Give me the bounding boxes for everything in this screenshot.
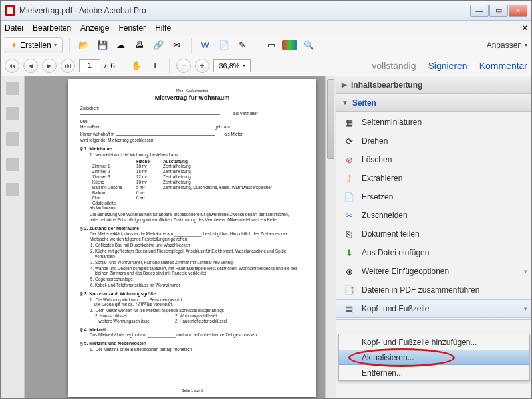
prev-page-icon[interactable]: ◄	[23, 59, 38, 73]
header-footer-icon: ▤	[343, 303, 355, 315]
sidebar-item-header-footer[interactable]: ▤Kopf- und Fußzeile▾	[336, 299, 531, 318]
create-star-icon: ✦	[11, 41, 17, 50]
more-insert-icon: ⊕	[343, 265, 355, 277]
sidebar-section-inhalt[interactable]: ▶ Inhaltsbearbeitung	[336, 76, 531, 94]
cloud-icon[interactable]: ☁	[114, 38, 128, 53]
dropdown-arrow-icon: ▾	[54, 42, 57, 48]
navigation-pane	[1, 76, 25, 398]
sidebar-item-crop[interactable]: ✂Zuschneiden	[336, 206, 531, 225]
thumbnails-icon[interactable]	[6, 82, 19, 95]
acrobat-icon	[5, 5, 15, 16]
insert-file-icon: ⬇	[343, 247, 355, 259]
bookmarks-icon[interactable]	[6, 107, 19, 120]
create-label: Erstellen	[20, 41, 51, 50]
combine-icon: 📑	[343, 284, 355, 296]
crop-icon: ✂	[343, 209, 355, 221]
next-page-icon[interactable]: ►	[42, 59, 57, 73]
select-tool-icon[interactable]: I	[148, 59, 162, 73]
header-footer-submenu: Kopf- und Fußzeile hinzufügen... Aktuali…	[338, 334, 530, 381]
print-icon[interactable]: 🖶	[132, 38, 147, 53]
page-separator: /	[104, 61, 106, 70]
thumbnails-icon: ▦	[343, 116, 355, 128]
sidebar-item-rotate[interactable]: ⟳Drehen	[336, 132, 531, 150]
menu-anzeige[interactable]: Anzeige	[80, 23, 109, 33]
delete-icon: ⊘	[343, 154, 355, 166]
page-number-input[interactable]: 1	[79, 59, 100, 72]
select-icon[interactable]: ▭	[264, 38, 279, 53]
page-total: 6	[110, 61, 115, 70]
sidebar-item-insert-from-file[interactable]: ⬇Aus Datei einfügen	[336, 243, 531, 262]
main-area: Mein Kopfzeilentext Mietvertrag für Wohn…	[1, 76, 531, 398]
customize-button[interactable]: Anpassen ▾	[487, 41, 527, 50]
document-viewport[interactable]: Mein Kopfzeilentext Mietvertrag für Wohn…	[25, 76, 336, 398]
last-page-icon[interactable]: ⏭	[61, 59, 75, 73]
dropdown-arrow-icon: ▾	[525, 42, 527, 48]
scrollbar-thumb[interactable]	[327, 79, 334, 159]
convert-word-icon[interactable]: W	[198, 38, 213, 53]
replace-icon: 📄	[343, 191, 355, 203]
share-icon[interactable]: 🔗	[151, 38, 166, 53]
customize-label: Anpassen	[487, 41, 522, 50]
document-close-button[interactable]: ×	[522, 23, 527, 33]
menu-datei[interactable]: Datei	[5, 23, 23, 33]
create-button[interactable]: ✦ Erstellen ▾	[5, 37, 63, 53]
page-footer: Seite 1 von 6	[68, 388, 316, 393]
vertical-scrollbar[interactable]	[325, 76, 336, 398]
rotate-icon: ⟳	[343, 135, 355, 147]
submenu-add-header-footer[interactable]: Kopf- und Fußzeile hinzufügen...	[339, 334, 529, 350]
doc-title: Mietvertrag für Wohnraum	[80, 94, 304, 102]
sidebar-item-extract[interactable]: ⤴Extrahieren	[336, 169, 531, 188]
scan-icon[interactable]: 📄	[217, 38, 231, 53]
nav-toolbar: ⏮ ◄ ► ⏭ 1 / 6 ✋ I − + 36,8%▾ vollständig…	[1, 55, 531, 76]
save-icon[interactable]: 💾	[95, 38, 110, 53]
page-header-text: Mein Kopfzeilentext	[80, 88, 304, 93]
pdf-page: Mein Kopfzeilentext Mietvertrag für Wohn…	[68, 79, 316, 397]
layers-icon[interactable]	[6, 158, 19, 171]
sidebar-item-replace[interactable]: 📄Ersetzen	[336, 188, 531, 206]
attachments-icon[interactable]	[6, 132, 19, 146]
sidebar-section-seiten[interactable]: ▼ Seiten	[336, 94, 531, 112]
dropdown-arrow-icon: ▾	[524, 305, 527, 312]
menu-fenster[interactable]: Fenster	[118, 23, 146, 33]
menu-bar: Datei Bearbeiten Anzeige Fenster Hilfe ×	[1, 21, 531, 35]
submenu-update-header-footer[interactable]: Aktualisieren...	[339, 350, 529, 365]
signatures-icon[interactable]	[6, 183, 19, 196]
sidebar-item-combine[interactable]: 📑Dateien in PDF zusammenführen	[336, 281, 531, 299]
menu-hilfe[interactable]: Hilfe	[155, 23, 171, 33]
close-button[interactable]: ×	[509, 5, 527, 17]
extract-icon: ⤴	[343, 172, 355, 184]
sidebar-item-split[interactable]: ⎘Dokument teilen	[336, 225, 531, 243]
title-bar: Mietvertrag.pdf - Adobe Acrobat Pro — ▭ …	[1, 1, 531, 21]
dropdown-arrow-icon: ▾	[524, 268, 527, 275]
maximize-button[interactable]: ▭	[489, 5, 508, 17]
hand-tool-icon[interactable]: ✋	[129, 59, 144, 73]
mail-icon[interactable]: ✉	[170, 38, 184, 53]
main-toolbar: ✦ Erstellen ▾ 📂 💾 ☁ 🖶 🔗 ✉ W 📄 ✎ ▭ aa 🔍 A…	[1, 35, 531, 55]
first-page-icon[interactable]: ⏮	[5, 59, 19, 73]
collapse-arrow-icon: ▼	[342, 99, 348, 106]
sidebar-item-more-insert[interactable]: ⊕Weitere Einfügeoptionen▾	[336, 262, 531, 281]
split-icon: ⎘	[343, 228, 355, 240]
edit-icon[interactable]: ✎	[235, 38, 250, 53]
expand-arrow-icon: ▶	[342, 81, 347, 88]
window-title: Mietvertrag.pdf - Adobe Acrobat Pro	[19, 6, 146, 15]
sidebar-item-delete[interactable]: ⊘Löschen	[336, 150, 531, 169]
menu-bearbeiten[interactable]: Bearbeiten	[33, 23, 71, 33]
tools-link[interactable]: vollständig	[372, 61, 416, 71]
submenu-remove-header-footer[interactable]: Entfernen...	[339, 365, 529, 380]
color-icon[interactable]: aa	[283, 38, 297, 53]
zoom-out-icon[interactable]: −	[176, 59, 191, 73]
zoom-level[interactable]: 36,8%▾	[213, 59, 251, 72]
tools-sidebar: ▶ Inhaltsbearbeitung ▼ Seiten ▦Seitenmin…	[336, 76, 531, 398]
zoom-in-icon[interactable]: +	[195, 59, 209, 73]
search-icon[interactable]: 🔍	[301, 38, 316, 53]
sign-link[interactable]: Signieren	[428, 61, 467, 71]
sidebar-item-thumbnails[interactable]: ▦Seitenminiaturen	[336, 113, 531, 132]
minimize-button[interactable]: —	[470, 5, 489, 17]
comment-link[interactable]: Kommentar	[479, 61, 527, 71]
open-icon[interactable]: 📂	[76, 38, 91, 53]
